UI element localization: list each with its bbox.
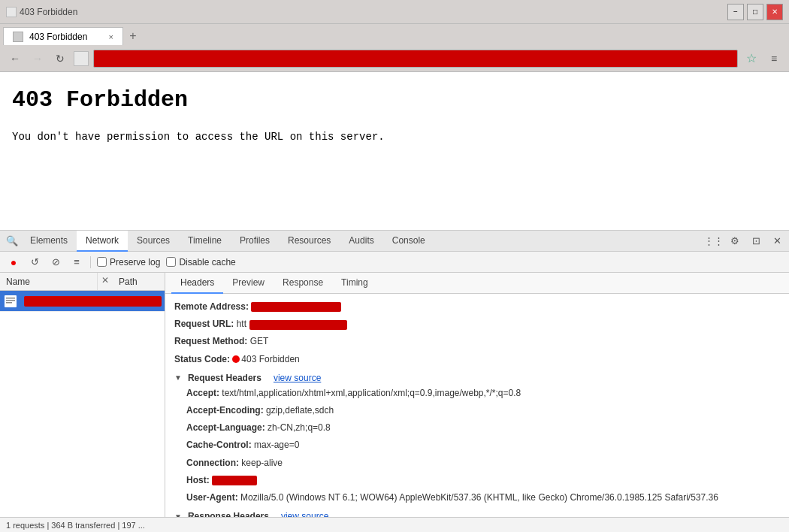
connection-row: Connection: keep-alive: [186, 456, 780, 470]
search-icon[interactable]: 🔍: [3, 232, 21, 250]
page-title: 403 Forbidden: [12, 87, 777, 113]
accept-encoding-row: Accept-Encoding: gzip,deflate,sdch: [186, 404, 780, 418]
devtools-tab-bar: 🔍 Elements Network Sources Timeline Prof…: [0, 231, 789, 252]
user-agent-row: User-Agent: Mozilla/5.0 (Windows NT 6.1;…: [186, 491, 780, 505]
request-url-row: Request URL: htt: [174, 317, 780, 331]
home-icon: [74, 51, 89, 66]
remote-address-row: Remote Address:: [174, 300, 780, 314]
maximize-button[interactable]: □: [747, 4, 763, 20]
request-method-row: Request Method: GET: [174, 334, 780, 349]
window-title: 403 Forbidden: [20, 7, 77, 17]
request-headers-section: ▼ Request Headers view source: [174, 373, 780, 383]
accept-language-row: Accept-Language: zh-CN,zh;q=0.8: [186, 421, 780, 435]
main-content: 403 Forbidden You don't have permission …: [0, 72, 789, 230]
toolbar-separator: [90, 256, 91, 268]
tab-close-button[interactable]: ×: [109, 32, 113, 41]
status-dot: [232, 355, 240, 363]
tab-timeline[interactable]: Timeline: [179, 231, 231, 252]
tab-bar: 403 Forbidden × +: [0, 24, 789, 45]
tab-network[interactable]: Network: [77, 231, 128, 252]
tab-profiles[interactable]: Profiles: [231, 231, 279, 252]
devtools-tab-icons: ⋮⋮ ⚙ ⊡ ✕: [705, 232, 786, 250]
tab-sources[interactable]: Sources: [128, 231, 179, 252]
svg-rect-0: [77, 54, 86, 63]
page-body: You don't have permission to access the …: [12, 131, 777, 143]
forward-button[interactable]: →: [29, 50, 47, 68]
detail-tab-response[interactable]: Response: [274, 273, 332, 294]
stop-button[interactable]: ↺: [27, 255, 42, 270]
menu-button[interactable]: ≡: [765, 50, 783, 68]
tab-elements[interactable]: Elements: [21, 231, 77, 252]
address-input[interactable]: [93, 50, 738, 68]
disable-cache-label[interactable]: Disable cache: [166, 257, 235, 268]
svg-rect-3: [6, 300, 15, 301]
filter-button[interactable]: ⊘: [48, 255, 63, 270]
record-button[interactable]: ●: [6, 255, 21, 270]
request-headers-body: Accept: text/html,application/xhtml+xml,…: [174, 386, 780, 505]
settings-icon[interactable]: ⚙: [726, 232, 744, 250]
detail-tabs: Headers Preview Response Timing: [165, 273, 789, 294]
window-chrome: 403 Forbidden − □ ✕: [0, 0, 789, 24]
detail-tab-timing[interactable]: Timing: [332, 273, 377, 294]
tab-resources[interactable]: Resources: [279, 231, 340, 252]
host-value: [212, 476, 257, 485]
status-text: 1 requests | 364 B transferred | 197 ...: [6, 521, 145, 530]
close-button[interactable]: ✕: [766, 4, 783, 20]
request-headers-toggle[interactable]: ▼: [174, 373, 182, 382]
browser-tab-active[interactable]: 403 Forbidden ×: [3, 27, 123, 45]
network-row-name-redacted: [24, 296, 162, 307]
minimize-button[interactable]: −: [727, 4, 744, 20]
back-button[interactable]: ←: [6, 50, 24, 68]
detail-tab-headers[interactable]: Headers: [171, 273, 223, 294]
status-bar: 1 requests | 364 B transferred | 197 ...: [0, 517, 789, 532]
request-headers-view-source[interactable]: view source: [274, 373, 321, 383]
svg-rect-4: [6, 302, 12, 304]
network-list-header: Name ✕ Path: [0, 273, 165, 291]
svg-rect-2: [6, 298, 15, 299]
detail-panel: Headers Preview Response Timing Remote A…: [165, 273, 789, 517]
tab-title: 403 Forbidden: [29, 32, 87, 42]
close-devtools-button[interactable]: ✕: [768, 232, 786, 250]
list-button[interactable]: ≡: [69, 255, 84, 270]
network-row-icon: [0, 291, 21, 312]
status-code-row: Status Code: 403 Forbidden: [174, 352, 780, 367]
disable-cache-checkbox[interactable]: [166, 257, 176, 267]
host-row: Host:: [186, 473, 780, 488]
detail-tab-preview[interactable]: Preview: [223, 273, 274, 294]
remote-address-value: [251, 302, 341, 312]
star-button[interactable]: ☆: [742, 50, 760, 68]
network-row[interactable]: [0, 291, 165, 312]
new-tab-button[interactable]: +: [123, 27, 143, 45]
undock-icon[interactable]: ⊡: [747, 232, 765, 250]
response-headers-view-source[interactable]: view source: [281, 511, 328, 517]
devtools-panel: 🔍 Elements Network Sources Timeline Prof…: [0, 230, 789, 532]
preserve-log-checkbox[interactable]: [97, 257, 107, 267]
network-list: Name ✕ Path: [0, 273, 165, 517]
address-bar: ← → ↻ ☆ ≡: [0, 45, 789, 72]
request-url-value: [249, 320, 347, 330]
response-headers-section: ▼ Response Headers view source: [174, 511, 780, 517]
window-controls: − □ ✕: [727, 4, 783, 20]
close-panel-button[interactable]: ✕: [98, 273, 113, 288]
dock-icon[interactable]: ⋮⋮: [705, 232, 723, 250]
svg-rect-1: [5, 295, 17, 307]
reload-button[interactable]: ↻: [51, 50, 69, 68]
cache-control-row: Cache-Control: max-age=0: [186, 438, 780, 452]
tab-console[interactable]: Console: [383, 231, 434, 252]
tab-audits[interactable]: Audits: [340, 231, 382, 252]
detail-body: Remote Address: Request URL: htt Request…: [165, 294, 789, 517]
tab-favicon: [13, 32, 23, 42]
devtools-toolbar: ● ↺ ⊘ ≡ Preserve log Disable cache: [0, 252, 789, 273]
accept-row: Accept: text/html,application/xhtml+xml,…: [186, 386, 780, 401]
network-col-path: Path: [113, 273, 165, 290]
network-col-name: Name: [0, 273, 98, 290]
preserve-log-label[interactable]: Preserve log: [97, 257, 160, 268]
devtools-body: Name ✕ Path Headers: [0, 273, 789, 517]
